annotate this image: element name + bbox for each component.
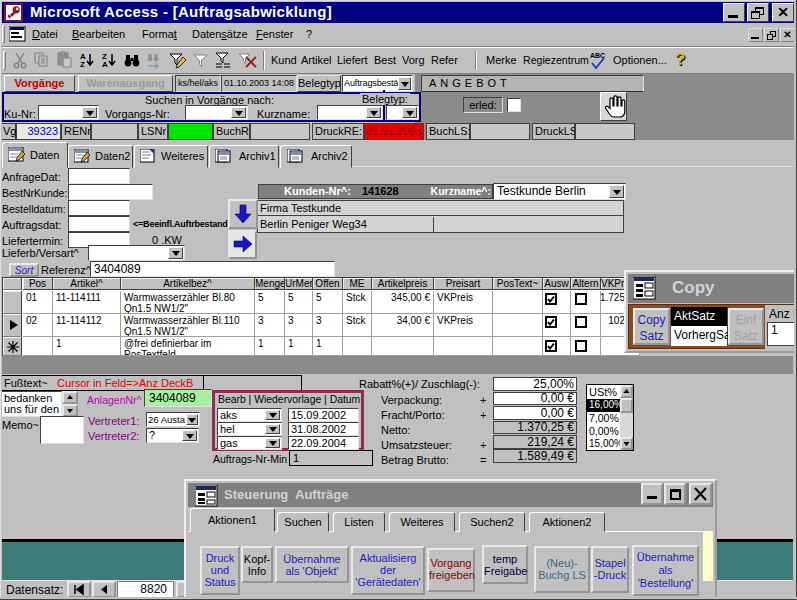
svg-text:Z: Z xyxy=(80,60,85,69)
svg-text:?: ? xyxy=(675,50,685,69)
svg-text:A: A xyxy=(102,60,108,69)
